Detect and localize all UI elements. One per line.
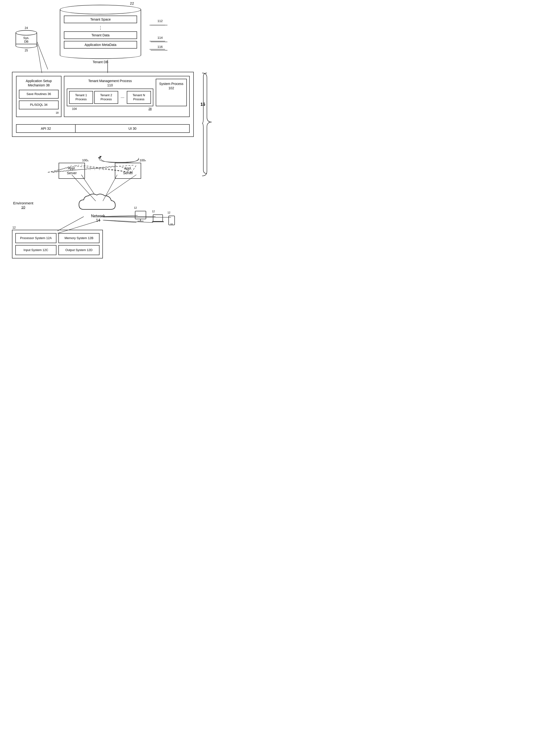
app-server-1-box: Appl. Server bbox=[59, 163, 85, 179]
ref-114: 114 bbox=[157, 36, 163, 39]
environment-label: Environment bbox=[13, 201, 33, 205]
api-ui-row: API 32 UI 30 bbox=[16, 124, 190, 133]
svg-rect-15 bbox=[135, 211, 146, 219]
save-routines-box: Save Routines 36 bbox=[19, 90, 59, 99]
sys-db-bottom bbox=[16, 44, 37, 48]
right-panel: Tenant Management Process 110 Tenant 1 P… bbox=[64, 76, 190, 117]
sys-db-section: 24 Sys. DB 25 bbox=[16, 26, 37, 52]
tenant1-process-box: Tenant 1 Process bbox=[69, 91, 93, 104]
tenant-space-box: Tenant Space bbox=[64, 16, 137, 23]
db-cylinder-top bbox=[60, 5, 141, 14]
tenant-processes-area: Tenant 1 Process Tenant 2 Process ⋯ Tena… bbox=[67, 89, 153, 106]
left-panel: Application Setup Mechanism 38 Save Rout… bbox=[16, 76, 61, 117]
input-system-box: Input System 12C bbox=[15, 245, 56, 255]
server-box-inner: Application Setup Mechanism 38 Save Rout… bbox=[16, 76, 190, 117]
client-device-1: 12 bbox=[134, 211, 147, 223]
output-system-box: Output System 12D bbox=[58, 245, 100, 255]
diagram-container: 22 Tenant Space ⋮ Tenant Data Applicatio… bbox=[0, 0, 215, 282]
client-box-grid: Processor System 12A Memory System 12B I… bbox=[15, 233, 100, 255]
plsoql-box: PL/SOQL 34 bbox=[19, 100, 59, 109]
server-box-16: Application Setup Mechanism 38 Save Rout… bbox=[12, 72, 194, 137]
label-18: 18 bbox=[19, 111, 59, 114]
tenant-data-box: Tenant Data bbox=[64, 31, 137, 39]
tenant-db-section: 22 Tenant Space ⋮ Tenant Data Applicatio… bbox=[60, 5, 141, 64]
ref-116: 116 bbox=[157, 45, 163, 49]
label-100-1: 100₁ bbox=[82, 158, 89, 162]
svg-marker-14 bbox=[99, 156, 102, 158]
laptop-icon bbox=[152, 214, 165, 225]
client-device-2: 12 bbox=[152, 214, 165, 226]
db-cylinder-body: Tenant Space ⋮ Tenant Data Application M… bbox=[60, 10, 141, 53]
api-box: API 32 bbox=[17, 125, 76, 132]
tenant2-process-box: Tenant 2 Process bbox=[94, 91, 118, 104]
label-12-c: 12 bbox=[167, 211, 170, 214]
system-process-box: System Process 102 bbox=[156, 79, 187, 106]
svg-rect-18 bbox=[153, 215, 163, 221]
svg-line-1 bbox=[37, 42, 48, 69]
app-server-2-line2: Server bbox=[120, 171, 136, 176]
label-25: 25 bbox=[16, 49, 37, 52]
api-ui-row-wrapper: API 32 UI 30 bbox=[16, 124, 190, 133]
ui-box: UI 30 bbox=[76, 125, 189, 132]
svg-rect-19 bbox=[169, 216, 175, 225]
app-server-2-section: 100ₙ Appl. Server bbox=[115, 163, 141, 179]
network-section: Network 14 bbox=[77, 191, 120, 222]
system-process-title: System Process bbox=[159, 82, 184, 86]
app-server-1-section: 100₁ Appl. Server bbox=[59, 163, 85, 179]
cloud-svg bbox=[77, 191, 120, 215]
sys-db-line1: Sys. bbox=[17, 36, 35, 40]
label-12-b: 12 bbox=[152, 210, 155, 213]
right-panel-top: Tenant Management Process 110 Tenant 1 P… bbox=[67, 79, 187, 106]
client-device-3: 12 bbox=[167, 215, 176, 227]
monitor-icon bbox=[134, 211, 147, 222]
client-box: 12 Processor System 12A Memory System 12… bbox=[12, 230, 103, 258]
processor-system-box: Processor System 12A bbox=[15, 233, 56, 243]
environment-number: 10 bbox=[13, 205, 33, 209]
curly-brace-16 bbox=[202, 72, 209, 175]
label-104: 104 bbox=[72, 107, 77, 111]
sys-db-cylinder: Sys. DB bbox=[16, 30, 37, 48]
label-12-main: 12 bbox=[12, 226, 16, 229]
small-device-icon bbox=[167, 215, 176, 226]
tenant-db-label: Tenant DB bbox=[60, 60, 141, 64]
app-server-1-line1: Appl. bbox=[63, 166, 80, 171]
tenant-mgmt-box: Tenant Management Process 110 Tenant 1 P… bbox=[67, 79, 153, 106]
ref-112: 112 bbox=[157, 19, 163, 23]
environment-section: Environment 10 bbox=[13, 201, 33, 209]
sys-db-line2: DB bbox=[17, 40, 35, 43]
tenant-dots: ⋯ bbox=[119, 95, 126, 100]
label-12-a: 12 bbox=[134, 206, 137, 209]
tenant-db-cylinder: Tenant Space ⋮ Tenant Data Application M… bbox=[60, 5, 141, 64]
app-server-2-line1: Appl. bbox=[120, 166, 136, 171]
app-server-2-box: Appl. Server bbox=[115, 163, 141, 179]
label-24: 24 bbox=[16, 26, 37, 30]
tenant-mgmt-title: Tenant Management Process 110 bbox=[67, 79, 153, 87]
label-100-n: 100ₙ bbox=[139, 158, 146, 162]
tenant-n-process-box: Tenant N Process bbox=[127, 91, 151, 104]
app-server-1-line2: Server bbox=[63, 171, 80, 176]
svg-marker-36 bbox=[98, 157, 100, 159]
label-28: 28 bbox=[149, 107, 152, 111]
system-process-number: 102 bbox=[159, 86, 184, 90]
memory-system-box: Memory System 12B bbox=[58, 233, 100, 243]
db-dots: ⋮ bbox=[64, 25, 137, 30]
app-metadata-box: Application MetaData bbox=[64, 41, 137, 49]
server-dots: · · · · · · bbox=[90, 167, 115, 172]
app-setup-title: Application Setup Mechanism 38 bbox=[19, 79, 59, 87]
sys-db-top bbox=[16, 30, 37, 35]
svg-line-25 bbox=[37, 44, 42, 73]
